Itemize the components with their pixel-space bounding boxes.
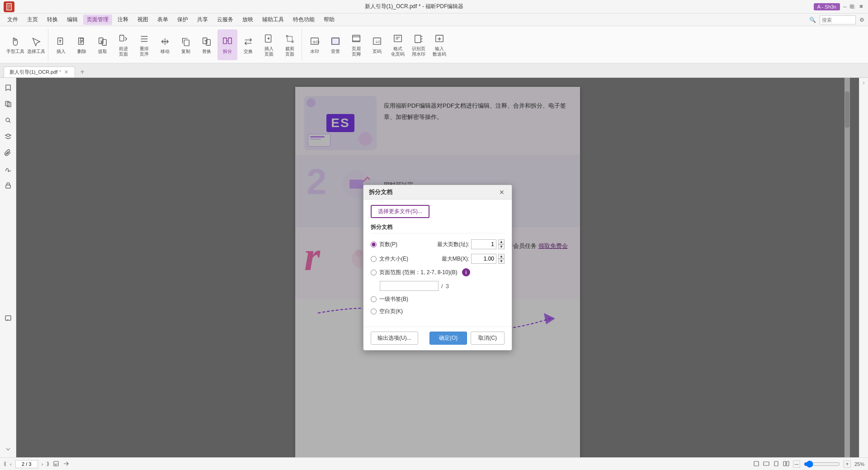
toolbar: 手型工具 选择工具 插入 删除 提取 [0, 26, 868, 63]
save-page-icon[interactable] [53, 461, 59, 468]
svg-point-25 [6, 118, 9, 122]
delete-icon [75, 35, 88, 48]
sidebar-icon-pages[interactable] [2, 98, 14, 110]
select-files-button[interactable]: 选择更多文件(S)... [371, 205, 429, 218]
option-bookmark-radio[interactable] [371, 296, 377, 302]
tab-document[interactable]: 新人引导(1)_OCR.pdf * ✕ [4, 66, 75, 77]
tool-select[interactable]: 选择工具 [26, 29, 46, 60]
option-filesize-label[interactable]: 文件大小(E) [379, 255, 408, 263]
menu-share[interactable]: 共享 [193, 14, 212, 25]
dialog-close-button[interactable]: ✕ [497, 188, 506, 197]
tool-hand[interactable]: 手型工具 [5, 29, 25, 60]
svg-rect-15 [332, 38, 340, 44]
max-pages-up[interactable]: ▲ [498, 239, 505, 244]
grid-view-icon[interactable]: ⊞ [848, 3, 855, 10]
nav-last-button[interactable]: ⟫ [47, 461, 49, 467]
sidebar-icon-comment[interactable] [2, 312, 14, 325]
menu-special[interactable]: 特色功能 [289, 14, 318, 25]
search-input[interactable] [820, 15, 856, 24]
tool-delete[interactable]: 删除 [72, 29, 92, 60]
list-view-icon[interactable]: ≡ [857, 3, 864, 10]
sidebar-icon-signature[interactable] [2, 163, 14, 176]
menu-home[interactable]: 主页 [24, 14, 42, 25]
sidebar-icon-lock[interactable] [2, 179, 14, 192]
option-bookmark-label[interactable]: 一级书签(B) [379, 295, 408, 303]
confirm-button[interactable]: 确定(O) [429, 332, 467, 345]
zoom-out-button[interactable]: ─ [793, 461, 800, 468]
tool-bates[interactable]: 1/2 页码 [367, 29, 387, 60]
page-range-input[interactable] [380, 281, 439, 291]
new-tab-button[interactable]: + [77, 66, 88, 77]
single-page-icon[interactable] [773, 461, 779, 468]
menu-comment[interactable]: 注释 [114, 14, 132, 25]
share-icon[interactable] [63, 461, 69, 468]
menu-pagemanage[interactable]: 页面管理 [83, 14, 112, 25]
tool-forward[interactable]: 前进页面 [113, 29, 133, 60]
option-pages-label[interactable]: 页数(P) [379, 241, 397, 248]
sidebar [0, 78, 16, 457]
user-account[interactable]: A - Sh3n [814, 3, 840, 10]
page-number-input[interactable] [15, 460, 38, 468]
zoom-in-button[interactable]: + [844, 461, 851, 468]
sidebar-icon-layers[interactable] [2, 130, 14, 143]
menu-present[interactable]: 放映 [239, 14, 257, 25]
menu-protect[interactable]: 保护 [174, 14, 192, 25]
two-page-icon[interactable] [783, 461, 789, 468]
sidebar-icon-search[interactable] [2, 114, 14, 127]
menu-file[interactable]: 文件 [4, 14, 22, 25]
search-icon[interactable]: 🔍 [809, 17, 816, 23]
nav-next-button[interactable]: › [42, 461, 43, 467]
menu-assist[interactable]: 辅助工具 [259, 14, 288, 25]
menu-view[interactable]: 视图 [134, 14, 152, 25]
tool-watermark[interactable]: 水印 水印 [305, 29, 325, 60]
menu-edit[interactable]: 编辑 [63, 14, 81, 25]
minimize-button[interactable]: ─ [842, 4, 848, 10]
option-pages-radio[interactable] [371, 242, 377, 247]
settings-icon[interactable]: ⚙ [859, 17, 864, 23]
tool-ocr[interactable]: 识别页用水印 [409, 29, 429, 60]
tool-input[interactable]: 输入数送码 [429, 29, 449, 60]
option-filesize-radio[interactable] [371, 256, 377, 262]
tool-copy[interactable]: 复制 [176, 29, 196, 60]
right-collapse-icon[interactable]: › [861, 78, 867, 88]
tool-background[interactable]: 背景 [326, 29, 345, 60]
option-blank-label[interactable]: 空白页(K) [379, 308, 403, 315]
menu-convert[interactable]: 转换 [43, 14, 61, 25]
tab-close-button[interactable]: ✕ [63, 69, 69, 76]
tool-croppage[interactable]: 裁剪页面 [280, 29, 300, 60]
tool-addpage[interactable]: 插入页面 [259, 29, 279, 60]
max-pages-down[interactable]: ▼ [498, 244, 505, 249]
output-options-button[interactable]: 输出选项(U)... [371, 332, 418, 345]
tool-extract[interactable]: 提取 [93, 29, 113, 60]
option-bookmark-row: 一级书签(B) [371, 293, 505, 305]
tool-move[interactable]: 移动 [155, 29, 175, 60]
cancel-button[interactable]: 取消(C) [471, 332, 505, 345]
nav-first-button[interactable]: ⟪ [4, 461, 6, 467]
fit-width-icon[interactable] [763, 461, 769, 468]
nav-prev-button[interactable]: ‹ [10, 461, 12, 467]
menu-help[interactable]: 帮助 [320, 14, 338, 25]
max-mb-input[interactable] [471, 254, 496, 264]
fit-page-icon[interactable] [753, 461, 760, 468]
max-pages-input[interactable] [471, 239, 496, 249]
option-pagerange-radio[interactable] [371, 270, 377, 275]
tool-split[interactable]: 拆分 [217, 29, 237, 60]
max-mb-up[interactable]: ▲ [498, 254, 505, 259]
svg-rect-10 [228, 38, 231, 43]
zoom-slider[interactable] [804, 461, 840, 467]
menu-form[interactable]: 表单 [154, 14, 172, 25]
tool-reorder[interactable]: 重排页序 [134, 29, 154, 60]
menu-cloud[interactable]: 云服务 [213, 14, 237, 25]
max-mb-down[interactable]: ▼ [498, 259, 505, 264]
sidebar-icon-bookmark[interactable] [2, 81, 14, 94]
pagerange-info-icon[interactable]: i [462, 268, 470, 276]
option-blank-radio[interactable] [371, 309, 377, 314]
option-pagerange-label[interactable]: 页面范围 (范例：1, 2-7, 8-10)(B) [379, 269, 458, 276]
sidebar-icon-attachment[interactable] [2, 147, 14, 159]
tool-replace[interactable]: 替换 [197, 29, 217, 60]
sidebar-expand-button[interactable] [2, 445, 14, 454]
tool-format[interactable]: 格式化页码 [388, 29, 408, 60]
tool-header[interactable]: 页眉页脚 [346, 29, 366, 60]
tool-exchange[interactable]: 交换 [238, 29, 258, 60]
tool-insert[interactable]: 插入 [51, 29, 71, 60]
